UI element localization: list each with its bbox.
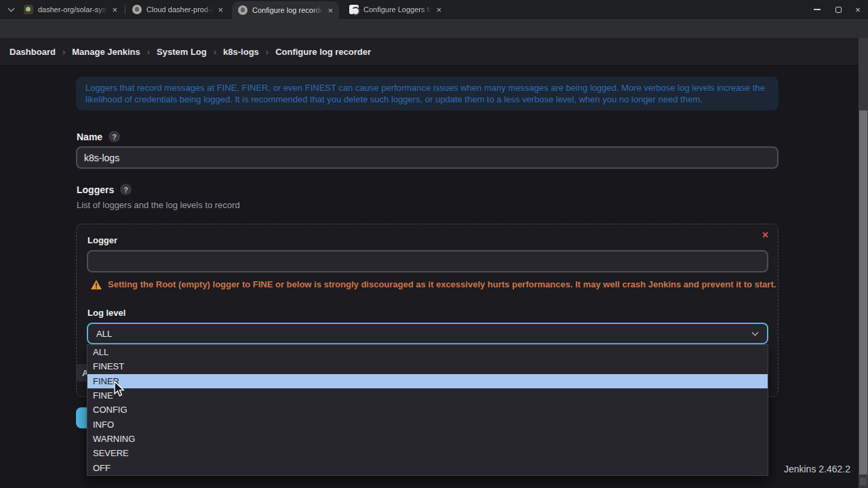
chevron-down-icon (752, 329, 759, 336)
tab-divider (125, 5, 125, 14)
tab-cloud-droplet[interactable]: Cloud dasher-prod-k8s-us-east × (126, 0, 229, 19)
verbose-loggers-notice: Loggers that record messages at FINE, FI… (76, 77, 778, 110)
tab-search-button[interactable] (5, 3, 17, 16)
tab-title: Configure Loggers for Jenkins a (363, 5, 431, 14)
tab-title: dasher-org/solar-system - sola (38, 5, 107, 14)
tab-solar-system[interactable]: dasher-org/solar-system - sola × (18, 0, 123, 19)
cloud-favicon-icon (132, 5, 142, 14)
name-input[interactable] (76, 146, 778, 169)
scrollbar-corner (860, 478, 867, 485)
breadcrumb-system-log[interactable]: System Log (157, 47, 207, 57)
jenkins-favicon-icon (238, 5, 248, 15)
browser-toolbar: ← → ↻ Not secure 64.227.187.25:8080/mana… (0, 19, 868, 38)
name-field-label: Name ? (77, 131, 120, 142)
tab-configure-log-recorder[interactable]: Configure log recorder [Jenkins × (232, 1, 339, 19)
option-off[interactable]: OFF (87, 461, 768, 475)
log-level-dropdown: ALL FINEST FINER FINE CONFIG INFO WARNIN… (87, 344, 768, 476)
log-level-select[interactable]: ALL (87, 323, 768, 344)
maximize-icon (835, 7, 842, 13)
window-close-button[interactable]: × (848, 0, 868, 19)
breadcrumb: Dashboard › Manage Jenkins › System Log … (0, 38, 868, 66)
option-all[interactable]: ALL (87, 345, 768, 359)
warning-text: Setting the Root (empty) logger to FINE … (108, 279, 776, 289)
close-icon: × (855, 5, 861, 15)
save-button[interactable] (76, 407, 87, 428)
browser-tab-strip: dasher-org/solar-system - sola × Cloud d… (0, 0, 868, 19)
close-icon[interactable]: × (328, 6, 333, 15)
option-severe[interactable]: SEVERE (87, 446, 768, 460)
help-icon[interactable]: ? (108, 131, 120, 142)
tab-configure-loggers[interactable]: Configure Loggers for Jenkins a × (343, 0, 448, 19)
option-finer[interactable]: FINER (87, 374, 768, 388)
scrollbar-track[interactable] (859, 38, 868, 488)
delete-logger-icon[interactable]: × (762, 230, 768, 241)
loggers-label: Loggers (77, 184, 114, 195)
close-icon[interactable]: × (112, 5, 117, 14)
window-maximize-button[interactable] (828, 0, 848, 19)
loggers-field-label: Loggers ? (77, 184, 132, 195)
option-config[interactable]: CONFIG (87, 403, 768, 417)
breadcrumb-dashboard[interactable]: Dashboard (9, 47, 56, 57)
warning-triangle-icon (91, 280, 102, 289)
tab-title: Configure log recorder [Jenkins (252, 6, 323, 14)
loggers-description: List of loggers and the log levels to re… (77, 200, 240, 210)
breadcrumb-manage-jenkins[interactable]: Manage Jenkins (72, 47, 140, 57)
option-warning[interactable]: WARNING (87, 432, 768, 446)
option-finest[interactable]: FINEST (87, 359, 768, 373)
jenkins-version[interactable]: Jenkins 2.462.2 (784, 464, 850, 474)
close-icon[interactable]: × (218, 5, 223, 14)
add-logger-button[interactable]: A (76, 364, 87, 382)
option-info[interactable]: INFO (87, 418, 768, 432)
breadcrumb-separator: › (266, 47, 269, 57)
add-logger-label: A (82, 368, 87, 378)
log-level-label: Log level (87, 308, 125, 318)
name-label: Name (77, 131, 102, 142)
selected-level: ALL (96, 329, 112, 339)
root-logger-warning: Setting the Root (empty) logger to FINE … (91, 279, 776, 289)
minimize-icon (814, 9, 821, 10)
scrollbar-thumb[interactable] (859, 110, 867, 474)
mouse-cursor (114, 381, 125, 397)
breadcrumb-separator: › (214, 47, 216, 57)
logger-input[interactable] (87, 250, 768, 272)
close-icon[interactable]: × (436, 5, 441, 14)
chevron-down-icon (7, 5, 14, 12)
window-minimize-button[interactable] (807, 0, 827, 19)
breadcrumb-separator: › (147, 47, 150, 57)
tab-title: Cloud dasher-prod-k8s-us-east (146, 5, 213, 14)
breadcrumb-configure-log-recorder[interactable]: Configure log recorder (275, 47, 371, 57)
breadcrumb-separator: › (62, 47, 65, 57)
docs-favicon-icon (349, 5, 359, 14)
logger-label: Logger (87, 235, 117, 245)
breadcrumb-k8s-logs[interactable]: k8s-logs (223, 47, 259, 57)
help-icon[interactable]: ? (120, 184, 132, 195)
option-fine[interactable]: FINE (87, 388, 768, 403)
repo-favicon-icon (24, 5, 33, 14)
